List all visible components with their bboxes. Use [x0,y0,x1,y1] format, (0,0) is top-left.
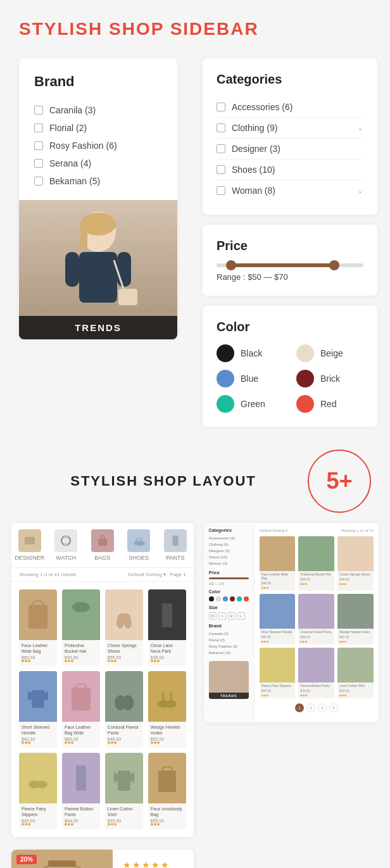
sidebar-card: Brand Caranila (3) Florial (2) Rosy Fash… [19,58,177,339]
checkbox-woman[interactable] [217,186,225,195]
product-card[interactable]: Wedge Heeled mules $52.00 [148,671,186,748]
color-item-blue[interactable]: Blue [217,370,284,387]
list-item[interactable]: Serana (4) [34,154,162,172]
checkbox-caranila[interactable] [34,106,43,115]
checkbox-serana[interactable] [34,159,43,168]
page-title: STYLISH SHOP SIDEBAR [19,19,371,39]
checkbox-florial[interactable] [34,123,43,132]
bottom-section: DESIGNER WATCH BAGS [0,523,390,868]
page-1-button[interactable]: 1 [295,703,304,712]
price-title: Price [217,239,363,253]
list-item[interactable]: Caranila (3) [34,101,162,119]
mini-product-item[interactable]: Protective Bucket Hat $35.00 [298,536,334,591]
person-illustration [47,206,149,333]
color-item-green[interactable]: Green [217,395,284,413]
page-3-button[interactable]: 3 [318,703,327,712]
product-detail-card: 20% ★ ★ ★ ★ ★ Faux Leather Wi [11,850,194,868]
green-swatch[interactable] [217,395,234,413]
svg-rect-7 [118,289,137,305]
list-item[interactable]: Florial (2) [34,119,162,137]
product-card[interactable]: Linen Cotton Shirt $39.00 [105,753,143,829]
blue-swatch[interactable] [217,370,234,387]
mini-product-item[interactable]: Faux Leather Wide Bag $40.00 [260,536,296,591]
list-item[interactable]: Clothing (9) ⌄ [217,118,363,139]
mini-product-item[interactable]: Cordural Flared Pants $38.00 [298,594,334,645]
page-2-button[interactable]: 2 [306,703,315,712]
list-item[interactable]: Designer (3) [217,139,363,160]
svg-rect-3 [79,252,117,303]
mini-brick-dot [230,596,235,601]
price-range-slider[interactable] [217,263,363,267]
brick-swatch[interactable] [296,370,314,387]
color-card: Color Black Beige Blue Brick [203,306,377,427]
product-card[interactable]: Flannel Button Pants $44.00 [62,753,100,829]
checkbox-bekaman[interactable] [34,177,43,186]
categories-card: Categories Accessories (6) Clothing (9) … [203,58,377,215]
product-card[interactable]: Clover Springs Shoes $55.00 [105,589,143,666]
page-4-button[interactable]: 4 [329,703,338,712]
svg-point-30 [36,781,47,788]
color-item-beige[interactable]: Beige [296,344,363,362]
color-title: Color [217,320,363,334]
product-card[interactable]: Short Sleeved Hoodie $42.00 [19,671,57,748]
chevron-down-icon: ⌄ [357,186,363,195]
star-rating: ★ ★ ★ ★ ★ [123,860,184,868]
price-range-text: Range : $50 — $70 [217,272,363,282]
product-detail-image: 20% [11,850,113,868]
svg-rect-4 [65,252,79,287]
product-card[interactable]: Faux Leather Wide Bag $60.00 [19,589,57,666]
list-item[interactable]: Accessories (6) [217,97,363,118]
mini-trends-image: TRENDS [209,661,249,699]
mini-layout-col: Categories Accessories (6) Clothing (9) … [199,523,384,868]
color-item-black[interactable]: Black [217,344,284,362]
mini-product-item[interactable]: Flannel Button Pants $34.00 [298,648,334,698]
black-swatch[interactable] [217,344,234,362]
product-card[interactable]: Faux Leather Bag Wide $60.00 [62,671,100,748]
checkbox-designer[interactable] [217,144,225,153]
color-item-red[interactable]: Red [296,395,363,413]
svg-rect-19 [162,603,167,627]
svg-point-27 [165,700,177,708]
mini-sidebar: Categories Accessories (6) Clothing (9) … [204,523,255,722]
checkbox-rosy[interactable] [34,141,43,150]
checkbox-shoes[interactable] [217,165,225,174]
list-item[interactable]: Shoes (10) [217,160,363,180]
mini-product-item[interactable]: Fleece Fairy Slippers $25.00 [260,648,296,698]
cat-strip-bags[interactable]: BAGS [84,523,121,567]
cat-strip-shoes[interactable]: SHOES [121,523,158,567]
svg-rect-5 [117,252,131,287]
cat-strip-pants[interactable]: PANTS [157,523,194,567]
mini-product-item[interactable]: Short Sleeved Hoodie $32.00 [260,594,296,645]
red-swatch[interactable] [296,395,314,413]
categories-title: Categories [217,72,363,87]
checkbox-clothing[interactable] [217,123,225,132]
mini-product-item[interactable]: Clover Springs Shoes $45.00 [337,536,374,591]
product-card[interactable]: Protective Bucket Hat $45.00 [62,589,100,666]
product-card[interactable]: Fleece Fairy Slippers $35.00 [19,753,57,829]
right-panel: Categories Accessories (6) Clothing (9) … [196,46,390,437]
mini-product-item[interactable]: Wedge Heeled mules $42.00 [337,594,374,645]
list-item[interactable]: Rosy Fashion (6) [34,137,162,154]
mini-beige-dot [216,596,221,601]
grid-toolbar: Showing 1-3 of 41 results Default Sortin… [11,568,194,582]
mini-product-item[interactable]: Linen Cotton Shirt $29.00 [337,648,374,698]
product-card[interactable]: Cordural Flared Pants $48.00 [105,671,143,748]
mini-blue-dot [223,596,228,601]
svg-rect-16 [75,607,87,610]
color-item-brick[interactable]: Brick [296,370,363,387]
beige-swatch[interactable] [296,344,314,362]
cat-strip-watch[interactable]: WATCH [48,523,85,567]
categories-list: Accessories (6) Clothing (9) ⌄ Designer … [217,97,363,201]
product-card[interactable]: Faux crossbody Bag $55.00 [148,753,186,829]
list-item[interactable]: Bekaman (5) [34,172,162,190]
checkbox-accessories[interactable] [217,103,225,111]
sale-badge: 20% [16,855,37,864]
svg-rect-33 [118,771,130,791]
svg-rect-10 [64,536,68,538]
shop-preview-card: DESIGNER WATCH BAGS [11,523,194,837]
list-item[interactable]: Woman (8) ⌄ [217,180,363,201]
svg-rect-12 [98,539,107,546]
cat-strip-designer[interactable]: DESIGNER [11,523,48,567]
product-card[interactable]: Close Lace Neck Pant $38.00 [148,589,186,666]
shop-preview-col: DESIGNER WATCH BAGS [6,523,199,868]
